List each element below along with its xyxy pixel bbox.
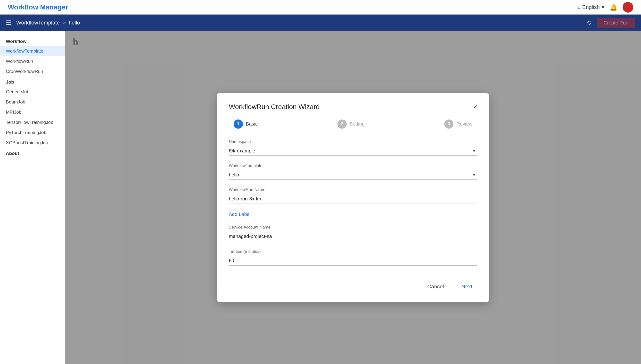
- run-name-input[interactable]: [229, 194, 477, 204]
- step-2-circle: 2: [337, 120, 347, 129]
- namespace-field-group: Namespace t9k-example ▾: [229, 139, 477, 156]
- header-right: ⟁ English ▾ 🔔: [576, 2, 633, 12]
- namespace-select[interactable]: t9k-example: [229, 146, 477, 156]
- translate-icon: ⟁: [576, 4, 580, 11]
- step-1-circle: 1: [234, 120, 243, 129]
- sidebar-section-about: About: [0, 148, 65, 158]
- namespace-select-wrapper: t9k-example ▾: [229, 146, 477, 156]
- language-selector[interactable]: ⟁ English ▾: [576, 4, 604, 11]
- sidebar-item-pytorch-job[interactable]: PyTorchTrainingJob: [0, 128, 65, 138]
- sidebar: Workflow WorkflowTemplate WorkflowRun Cr…: [0, 31, 65, 364]
- sidebar-item-beam-job[interactable]: BeamJob: [0, 97, 65, 107]
- menu-icon[interactable]: ☰: [6, 19, 12, 27]
- workflow-template-label: WorkflowTemplate: [229, 163, 477, 168]
- add-label-link[interactable]: Add Label: [229, 212, 477, 225]
- sidebar-item-workflow-run[interactable]: WorkflowRun: [0, 56, 65, 66]
- step-line-1: [262, 124, 334, 124]
- top-header: Workflow Manager ⟁ English ▾ 🔔: [0, 0, 641, 14]
- step-3: 3 Review: [444, 120, 472, 129]
- content-area: h WorkflowRun Creation Wizard × 1 Basic: [65, 31, 641, 364]
- workflow-template-select[interactable]: hello: [229, 170, 477, 180]
- step-line-2: [368, 124, 441, 124]
- service-account-label: Service Account Name: [229, 225, 477, 230]
- step-1: 1 Basic: [234, 120, 258, 129]
- run-name-label: WorkflowRun Name: [229, 187, 477, 192]
- namespace-label: Namespace: [229, 139, 477, 144]
- modal-dialog: WorkflowRun Creation Wizard × 1 Basic 2: [217, 93, 489, 302]
- modal-title: WorkflowRun Creation Wizard: [229, 103, 320, 111]
- step-3-label: Review: [456, 121, 472, 127]
- sidebar-item-generic-job[interactable]: GenericJob: [0, 87, 65, 97]
- sidebar-item-workflow-template[interactable]: WorkflowTemplate: [0, 46, 65, 56]
- run-name-field-group: WorkflowRun Name: [229, 187, 477, 204]
- sidebar-section-workflow: Workflow: [0, 36, 65, 46]
- service-account-input[interactable]: [229, 232, 477, 241]
- workflow-template-field-group: WorkflowTemplate hello ▾: [229, 163, 477, 180]
- breadcrumb-separator: >: [63, 20, 66, 26]
- modal-header: WorkflowRun Creation Wizard ×: [229, 103, 477, 111]
- refresh-icon[interactable]: ↻: [587, 19, 592, 27]
- cancel-button[interactable]: Cancel: [422, 281, 449, 292]
- sidebar-item-cron-workflow-run[interactable]: CronWorkflowRun: [0, 66, 65, 76]
- sub-header-right: ↻ Create Run: [587, 18, 635, 28]
- workflow-template-select-wrapper: hello ▾: [229, 170, 477, 180]
- sidebar-item-tensorflow-job[interactable]: TensorFlowTrainingJob: [0, 117, 65, 128]
- next-button[interactable]: Next: [457, 281, 477, 292]
- main-layout: Workflow WorkflowTemplate WorkflowRun Cr…: [0, 31, 641, 364]
- sidebar-item-mpi-job[interactable]: MPIJob: [0, 107, 65, 117]
- modal-close-button[interactable]: ×: [473, 104, 477, 110]
- step-1-label: Basic: [246, 121, 258, 127]
- create-run-button[interactable]: Create Run: [597, 18, 635, 28]
- chevron-down-icon: ▾: [602, 4, 604, 10]
- step-2-label: Setting: [350, 121, 365, 127]
- service-account-field-group: Service Account Name: [229, 225, 477, 241]
- timeout-label: Timeout(minutes): [229, 249, 477, 254]
- breadcrumb-current: hello: [69, 20, 80, 26]
- notification-bell-icon[interactable]: 🔔: [609, 3, 618, 11]
- modal-overlay: WorkflowRun Creation Wizard × 1 Basic 2: [65, 31, 641, 364]
- language-label: English: [582, 4, 600, 10]
- timeout-field-group: Timeout(minutes): [229, 249, 477, 266]
- avatar[interactable]: [622, 2, 633, 12]
- sidebar-section-job: Job: [0, 76, 65, 87]
- step-2: 2 Setting: [337, 120, 365, 129]
- stepper: 1 Basic 2 Setting 3: [229, 120, 477, 129]
- timeout-input[interactable]: [229, 256, 477, 266]
- breadcrumb-parent[interactable]: WorkflowTemplate: [16, 20, 60, 26]
- app-title: Workflow Manager: [8, 4, 68, 11]
- sidebar-item-xgboost-job[interactable]: XGBoostTrainingJob: [0, 138, 65, 148]
- step-3-circle: 3: [444, 120, 454, 129]
- breadcrumb: WorkflowTemplate > hello: [16, 20, 80, 26]
- sub-header: ☰ WorkflowTemplate > hello ↻ Create Run: [0, 14, 641, 31]
- modal-footer: Cancel Next: [229, 277, 477, 292]
